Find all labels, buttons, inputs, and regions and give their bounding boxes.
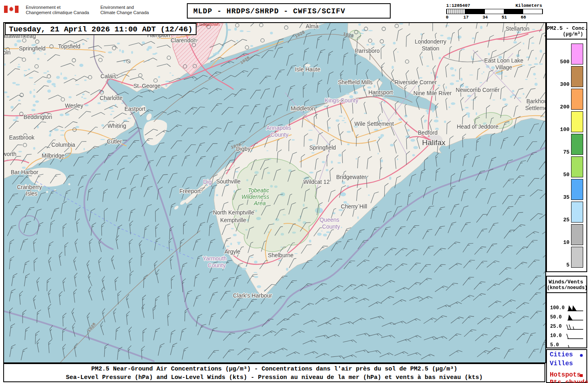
map-label: Eastbrook (9, 134, 35, 141)
map-label: Clark's Harbour (233, 292, 272, 299)
map-label: Riverside Corner (394, 79, 437, 85)
pm-level-swatch (571, 156, 583, 177)
eccc-logo: Environnement et Changement climatique C… (4, 5, 149, 15)
map-label: St. George (133, 83, 161, 89)
map-label: Bar Harbor (11, 169, 39, 175)
marker-legend-panel: Cities Villes Hotspots Pts chauds (546, 349, 587, 383)
map-label: Area (253, 200, 266, 206)
scale-tick: 0 (446, 15, 449, 20)
map-label: Queens (319, 216, 339, 223)
map-label: Charlotte (100, 95, 123, 101)
hotspots-legend-en: Hotspots (547, 371, 586, 379)
hotspots-legend-fr: Pts chauds (547, 379, 586, 383)
divider (547, 39, 586, 40)
scale-bar (446, 9, 543, 14)
pm-level-row: 50 (547, 156, 586, 178)
pm-level-row: 10 (547, 223, 586, 246)
pm-level-swatch (571, 202, 583, 223)
hotspot-square-icon (580, 374, 583, 377)
wind-speed-value: 10.0 (550, 333, 562, 339)
pm25-legend-title: PM2.5 - Conc. (547, 23, 586, 31)
wind-speed-row: 100.0 (547, 304, 586, 313)
pm-level-swatch (571, 89, 583, 110)
map-label: Whiting (108, 123, 126, 129)
map-label: Springfield (309, 144, 336, 151)
map-label: Wildcat 12 (303, 179, 330, 185)
scale-ratio: 1:1285407 (446, 3, 470, 8)
map-label: Station (422, 45, 439, 52)
wind-barb-icon (565, 333, 585, 340)
map-label: Clarendon (171, 37, 197, 44)
scale-tick: 34 (482, 15, 488, 20)
cities-legend-fr: Villes (547, 360, 586, 368)
map-label: North Kemptville (213, 209, 255, 216)
caption-line1: PM2.5 Near-Ground Air Concentrations (µg… (4, 365, 545, 373)
pm-level-swatch (571, 224, 583, 245)
map-label: Cranberry (17, 184, 42, 190)
pm-level-swatch (571, 247, 583, 268)
map-label: Yarmouth (203, 255, 227, 262)
map-label: Kings County (325, 97, 358, 104)
wind-legend-panel: Winds/Vents (knots/noeuds) 100.050.025.0… (546, 276, 587, 348)
map-label: Middleton (291, 105, 315, 112)
caption-line2: Sea-Level Pressure (hPa) and Low-Level W… (4, 373, 545, 382)
map-canvas[interactable]: 102810281028102810281028CFB GagetownMatt… (3, 22, 546, 363)
map-label: Topsfield (58, 43, 80, 50)
model-title-box: MLDP - HRDPS/SHRPD - CWFIS/SCIFV (187, 3, 391, 19)
scale-tick: 17 (464, 15, 469, 20)
map-label: Alma (306, 23, 319, 29)
city-dot-icon (580, 354, 583, 357)
map-label: Kemptville (220, 217, 246, 223)
wind-speed-row: 50.0 (547, 313, 586, 323)
map-label: Cherry Hill (341, 203, 367, 210)
map-label: Sheffield Mills (338, 79, 373, 85)
map-label: Annapolis (266, 125, 291, 131)
pm-level-row: 500 (547, 43, 586, 65)
model-title: MLDP - HRDPS/SHRPD - CWFIS/SCIFV (193, 7, 346, 15)
map-label: Wilderness (241, 194, 269, 200)
map-label: Settlement (525, 105, 545, 111)
map-label: Hantsport (369, 89, 393, 96)
scale-tick: 51 (502, 15, 507, 20)
scale-tick-labels: 017345168 (446, 15, 545, 21)
map-label: Village (495, 64, 512, 71)
map-label: Isle Haute (295, 66, 320, 73)
caption-box: PM2.5 Near-Ground Air Concentrations (µg… (3, 363, 545, 382)
timestamp-box: Tuesday, 21 April 2026 11:00 ADT (12/46) (5, 23, 197, 35)
map-label: Ellsworth (4, 151, 17, 157)
map-label: Shelburne (268, 252, 294, 258)
map-label: Freeport (180, 188, 201, 194)
pm-level-row: 25 (547, 201, 586, 223)
cities-legend-en: Cities (547, 351, 586, 359)
map-label: Halifax (422, 138, 446, 147)
timestamp: Tuesday, 21 April 2026 11:00 ADT (12/46) (9, 25, 193, 34)
wind-barb-icon (565, 342, 585, 349)
map-label: Nine Mile River (414, 90, 452, 96)
pm-level-swatch (571, 111, 583, 132)
map-label: County (208, 262, 226, 269)
map-label: Isles (26, 190, 37, 197)
pm-level-value: 500 (560, 59, 569, 65)
pm-level-swatch (571, 134, 583, 155)
map-label: Wile Settlement (354, 121, 394, 127)
scale-tick: 68 (521, 15, 526, 20)
pm-level-value: 300 (560, 81, 569, 87)
map-label: Wesley (65, 102, 83, 109)
wind-legend-rows: 100.050.025.010.05.0 (547, 304, 586, 350)
map-label: County (271, 131, 288, 138)
map-label: Tobeatic (248, 187, 269, 194)
pm-level-value: 10 (563, 239, 569, 246)
map-label: Eastport (124, 106, 145, 112)
map-label: Cutler (107, 138, 122, 145)
map-label: Bedford (418, 129, 437, 136)
map-scale: 1:1285407 Kilometers 017345168 (446, 3, 545, 21)
pm-level-value: 5 (566, 262, 569, 268)
pm-level-row: 300 (547, 65, 586, 88)
wind-speed-value: 100.0 (550, 305, 565, 311)
map-label: Stellarton (505, 25, 529, 32)
wind-barb-icon (565, 323, 585, 331)
map-label: Parrsboro (355, 48, 380, 54)
pm-level-row: 35 (547, 178, 586, 201)
pm-level-swatch (571, 44, 583, 65)
canada-flag-icon (4, 6, 19, 13)
